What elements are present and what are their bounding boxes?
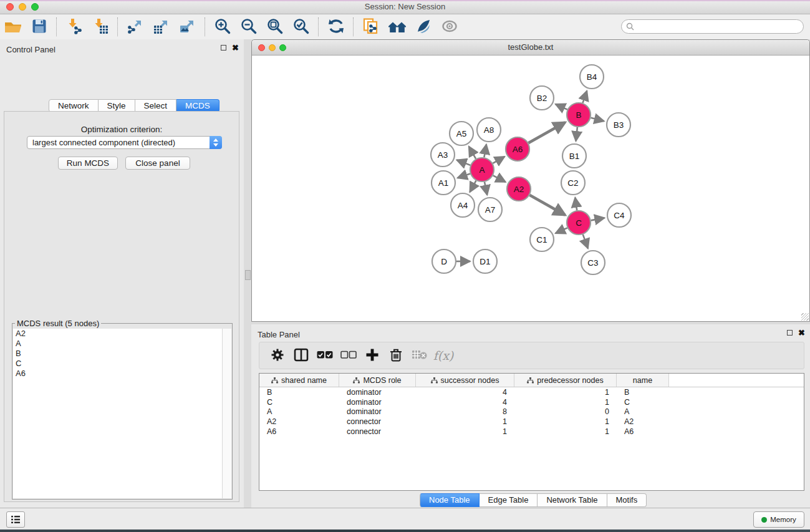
delete-column-button[interactable] (385, 346, 407, 365)
edge-C-C2[interactable] (575, 198, 577, 210)
tab-style[interactable]: Style (99, 99, 135, 112)
tab-network-table[interactable]: Network Table (538, 493, 607, 507)
node-D1[interactable]: D1 (473, 249, 497, 273)
import-network-button[interactable] (64, 17, 84, 36)
column-header-shared-name[interactable]: shared name (259, 374, 339, 387)
node-A8[interactable]: A8 (477, 118, 501, 142)
node-C1[interactable]: C1 (530, 228, 554, 251)
task-history-button[interactable] (6, 511, 25, 528)
node-B2[interactable]: B2 (530, 86, 554, 110)
tab-network[interactable]: Network (49, 99, 99, 112)
table-cell[interactable]: dominator (339, 388, 416, 397)
table-cell[interactable]: A6 (617, 427, 669, 436)
close-panel-icon[interactable]: ✖ (232, 45, 239, 51)
table-cell[interactable]: 1 (514, 427, 617, 436)
node-B1[interactable]: B1 (562, 144, 586, 168)
node-C[interactable]: C (567, 211, 591, 235)
node-A7[interactable]: A7 (478, 198, 502, 221)
table-row[interactable]: Bdominator41B (259, 387, 804, 397)
search-input[interactable] (634, 22, 803, 32)
edge-A-A7[interactable] (485, 182, 487, 195)
zoom-out-button[interactable] (239, 17, 259, 36)
panel-splitter-handle[interactable] (245, 270, 251, 280)
zoom-fit-button[interactable] (265, 17, 285, 36)
edge-B-B3[interactable] (591, 118, 604, 121)
table-cell[interactable]: C (617, 398, 669, 407)
table-cell[interactable]: 1 (514, 398, 617, 407)
table-cell[interactable]: B (259, 388, 339, 397)
node-A5[interactable]: A5 (450, 122, 473, 145)
table-cell[interactable]: 0 (514, 407, 617, 416)
table-row[interactable]: A6connector11A6 (259, 427, 804, 437)
table-row[interactable]: Cdominator41C (259, 397, 804, 407)
search-box[interactable] (621, 19, 804, 34)
table-cell[interactable]: 4 (416, 398, 514, 407)
close-table-panel-icon[interactable]: ✖ (798, 330, 805, 336)
import-table-button[interactable] (90, 17, 110, 36)
resize-grip-icon[interactable] (801, 313, 809, 321)
node-C2[interactable]: C2 (561, 171, 585, 195)
tab-mcds[interactable]: MCDS (176, 99, 219, 112)
table-cell[interactable]: A2 (617, 417, 669, 426)
table-settings-button[interactable] (267, 346, 288, 365)
table-cell[interactable]: connector (339, 427, 416, 436)
column-header-MCDS-role[interactable]: MCDS role (339, 374, 416, 387)
table-cell[interactable]: A (617, 407, 669, 416)
table-cell[interactable]: dominator (339, 407, 416, 416)
table-row[interactable]: Adominator80A (259, 407, 804, 417)
node-B3[interactable]: B3 (607, 113, 630, 137)
node-A2[interactable]: A2 (507, 177, 531, 201)
node-A3[interactable]: A3 (431, 143, 455, 167)
edge-C-C1[interactable] (556, 228, 567, 233)
zoom-in-button[interactable] (213, 17, 233, 36)
table-cell[interactable]: A (259, 407, 339, 416)
node-B[interactable]: B (567, 103, 591, 127)
float-panel-icon[interactable] (221, 45, 226, 51)
deselect-all-columns-button[interactable] (338, 346, 359, 365)
export-image-button[interactable] (178, 17, 198, 36)
table-cell[interactable]: 1 (416, 427, 514, 436)
edge-C-C4[interactable] (591, 218, 605, 220)
edge-A2-C[interactable] (529, 195, 565, 215)
edge-A6-B[interactable] (528, 122, 565, 143)
edge-A-A1[interactable] (458, 173, 470, 178)
table-cell[interactable]: 8 (416, 407, 514, 416)
tab-motifs[interactable]: Motifs (607, 493, 647, 507)
table-cell[interactable]: 4 (416, 388, 514, 397)
network-canvas[interactable]: AA1A3A5A8A4A7A6A2BB1B2B3B4CC1C2C3C4DD1 (253, 56, 809, 321)
add-column-button[interactable] (362, 346, 383, 365)
edge-C-C3[interactable] (583, 235, 588, 249)
column-header-predecessor-nodes[interactable]: predecessor nodes (514, 374, 617, 387)
edge-B-B4[interactable] (583, 91, 587, 103)
table-cell[interactable]: 1 (514, 417, 617, 426)
cyndex-home-button[interactable] (387, 17, 407, 36)
float-table-panel-icon[interactable] (787, 330, 793, 336)
edge-A-A2[interactable] (493, 175, 506, 182)
table-cell[interactable]: dominator (339, 398, 416, 407)
run-mcds-button[interactable]: Run MCDS (58, 157, 118, 170)
node-A6[interactable]: A6 (506, 137, 529, 161)
node-C3[interactable]: C3 (581, 251, 605, 274)
table-cell[interactable]: A2 (259, 417, 339, 426)
node-A4[interactable]: A4 (451, 193, 475, 217)
export-network-button[interactable] (125, 17, 145, 36)
column-view-button[interactable] (291, 346, 312, 365)
optimization-criterion-dropdown[interactable]: largest connected component (directed) (27, 136, 222, 149)
table-cell[interactable]: A6 (259, 427, 339, 436)
column-header-successor-nodes[interactable]: successor nodes (416, 374, 514, 387)
export-table-button[interactable] (152, 17, 171, 36)
save-session-button[interactable] (29, 17, 49, 36)
memory-button[interactable]: Memory (753, 511, 804, 528)
edge-A-A4[interactable] (470, 181, 476, 192)
refresh-layout-button[interactable] (326, 17, 346, 36)
result-scrollbar[interactable] (222, 329, 231, 498)
zoom-selected-button[interactable] (291, 17, 311, 36)
close-panel-button[interactable]: Close panel (125, 157, 190, 170)
table-cell[interactable]: C (259, 398, 339, 407)
toggle-graphics-details-button[interactable] (413, 17, 433, 36)
edge-B-B1[interactable] (576, 127, 577, 141)
node-A1[interactable]: A1 (432, 171, 455, 195)
tab-select[interactable]: Select (135, 99, 177, 112)
select-all-columns-button[interactable] (314, 346, 335, 365)
table-cell[interactable]: 1 (416, 417, 514, 426)
